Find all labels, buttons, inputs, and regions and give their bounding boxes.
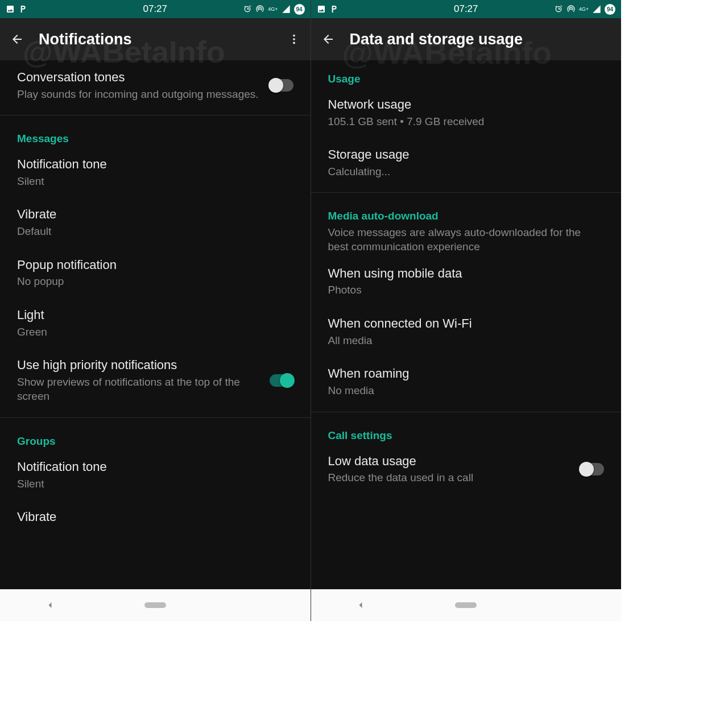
row-sub: No media [328, 383, 605, 398]
row-title: Conversation tones [17, 69, 259, 86]
nav-home-pill[interactable] [144, 602, 166, 608]
status-time: 07:27 [143, 3, 167, 15]
notification-tone-row[interactable]: Notification tone Silent [0, 147, 311, 197]
page-title: Notifications [39, 31, 273, 48]
alarm-icon [243, 5, 252, 14]
row-title: Vibrate [17, 509, 293, 526]
section-caption: Voice messages are always auto-downloade… [328, 226, 605, 254]
divider [311, 412, 622, 412]
svg-point-0 [293, 35, 295, 37]
row-sub: Play sounds for incoming and outgoing me… [17, 87, 259, 102]
row-sub: Silent [17, 174, 293, 189]
wifi-row[interactable]: When connected on Wi-Fi All media [311, 307, 622, 357]
net-label: 4G+ [579, 7, 589, 12]
app-bar: Notifications [0, 18, 311, 60]
hotspot-icon [566, 5, 576, 14]
more-vert-icon[interactable] [288, 33, 300, 46]
high-priority-toggle[interactable] [270, 374, 293, 387]
row-sub: Default [17, 224, 293, 239]
light-row[interactable]: Light Green [0, 298, 311, 348]
status-time: 07:27 [454, 3, 478, 15]
vibrate-row[interactable]: Vibrate Default [0, 197, 311, 247]
svg-point-2 [293, 42, 295, 44]
row-sub: All media [328, 333, 605, 348]
hotspot-icon [255, 5, 264, 14]
high-priority-row[interactable]: Use high priority notifications Show pre… [0, 348, 311, 413]
image-icon [6, 5, 15, 14]
row-title: Notification tone [17, 459, 293, 475]
divider [0, 417, 311, 418]
divider [0, 115, 311, 115]
nav-home-pill[interactable] [455, 602, 477, 608]
conv-tones-toggle[interactable] [270, 79, 293, 92]
row-title: When roaming [328, 366, 605, 382]
p-icon [18, 5, 27, 14]
battery-badge: 94 [294, 4, 305, 15]
media-auto-download-header: Media auto-download Voice messages are a… [311, 197, 622, 256]
app-bar: Data and storage usage [311, 18, 622, 60]
row-title: Light [17, 307, 293, 324]
row-sub: 105.1 GB sent • 7.9 GB received [328, 114, 605, 129]
low-data-toggle[interactable] [580, 463, 604, 475]
p-icon [329, 5, 338, 14]
low-data-usage-row[interactable]: Low data usage Reduce the data used in a… [311, 444, 622, 494]
row-sub: Calculating... [328, 164, 605, 179]
row-sub: No popup [17, 274, 293, 289]
group-vibrate-row[interactable]: Vibrate [0, 500, 311, 535]
row-title: Storage usage [328, 147, 605, 163]
call-settings-header: Call settings [311, 417, 622, 444]
row-title: When using mobile data [328, 266, 605, 282]
row-title: Popup notification [17, 257, 293, 274]
row-sub: Show previews of notifications at the to… [17, 375, 259, 404]
nav-back-icon[interactable] [44, 599, 56, 611]
back-arrow-icon[interactable] [321, 32, 335, 46]
status-bar: 07:27 4G+ 94 [0, 0, 311, 18]
data-storage-pane: @WABetaInfo 07:27 4G+ 94 Data and storag… [311, 0, 622, 621]
row-sub: Photos [328, 283, 605, 297]
page-title: Data and storage usage [350, 31, 611, 48]
conversation-tones-row[interactable]: Conversation tones Play sounds for incom… [0, 60, 311, 110]
settings-list: Conversation tones Play sounds for incom… [0, 60, 311, 589]
network-usage-row[interactable]: Network usage 105.1 GB sent • 7.9 GB rec… [311, 88, 622, 138]
signal-icon [592, 5, 601, 14]
notifications-pane: @WABetaInfo 07:27 4G+ 94 Notifications [0, 0, 311, 621]
image-icon [317, 5, 326, 14]
android-nav-bar [311, 589, 622, 621]
status-bar: 07:27 4G+ 94 [311, 0, 622, 18]
messages-header: Messages [0, 120, 311, 147]
row-title: When connected on Wi-Fi [328, 316, 605, 332]
row-title: Low data usage [328, 453, 570, 470]
usage-header: Usage [311, 60, 622, 88]
alarm-icon [554, 5, 563, 14]
net-label: 4G+ [268, 7, 278, 12]
nav-back-icon[interactable] [355, 599, 366, 611]
back-arrow-icon[interactable] [10, 32, 24, 46]
storage-usage-row[interactable]: Storage usage Calculating... [311, 138, 622, 188]
signal-icon [282, 5, 291, 14]
settings-list: Usage Network usage 105.1 GB sent • 7.9 … [311, 60, 622, 589]
mobile-data-row[interactable]: When using mobile data Photos [311, 257, 622, 307]
svg-point-1 [293, 38, 295, 40]
row-sub: Green [17, 325, 293, 340]
roaming-row[interactable]: When roaming No media [311, 357, 622, 407]
row-title: Notification tone [17, 156, 293, 173]
popup-row[interactable]: Popup notification No popup [0, 248, 311, 298]
group-notification-tone-row[interactable]: Notification tone Silent [0, 450, 311, 500]
row-title: Network usage [328, 97, 605, 113]
row-sub: Reduce the data used in a call [328, 470, 570, 485]
battery-badge: 94 [605, 4, 615, 15]
row-title: Vibrate [17, 206, 293, 223]
row-title: Use high priority notifications [17, 357, 259, 374]
android-nav-bar [0, 589, 311, 621]
row-sub: Silent [17, 477, 293, 491]
groups-header: Groups [0, 423, 311, 450]
divider [311, 192, 622, 193]
